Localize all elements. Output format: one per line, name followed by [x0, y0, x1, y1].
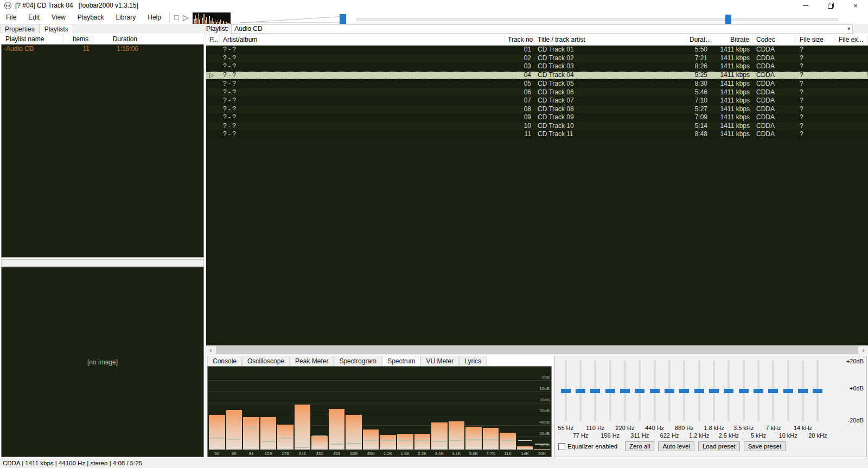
eq-slider-handle[interactable]: [635, 389, 644, 393]
stop-button[interactable]: □: [172, 12, 181, 23]
track-title: CD Track 10: [534, 122, 686, 130]
track-row[interactable]: ? - ?01CD Track 015:501411 kbpsCDDA?: [206, 46, 868, 54]
menu-item-file[interactable]: File: [0, 12, 22, 23]
tab-oscilloscope[interactable]: Oscilloscope: [242, 356, 290, 366]
eq-slider-handle[interactable]: [576, 389, 585, 393]
tracklist-column-2[interactable]: Artist/album: [220, 35, 505, 44]
eq-slider-handle[interactable]: [605, 389, 615, 393]
menu-item-help[interactable]: Help: [142, 12, 167, 23]
column-playlist-name[interactable]: Playlist name: [1, 35, 63, 43]
track-codec: CDDA: [753, 130, 796, 138]
track-duration: 7:10: [686, 97, 711, 105]
tracklist-column-3[interactable]: Track no: [505, 35, 534, 44]
track-duration: 7:21: [686, 54, 711, 62]
horizontal-scrollbar[interactable]: ‹ ›: [206, 345, 868, 355]
track-row[interactable]: ▷? - ?04CD Track 045:251411 kbpsCDDA?: [206, 71, 868, 80]
track-row[interactable]: ? - ?07CD Track 077:101411 kbpsCDDA?: [206, 97, 868, 105]
tab-properties[interactable]: Properties: [0, 24, 40, 34]
track-row[interactable]: ? - ?06CD Track 065:461411 kbpsCDDA?: [206, 88, 868, 97]
frequency-label: 129: [260, 450, 277, 457]
spectrum-bar: [500, 433, 516, 450]
spectrum-db-label: 60dB: [539, 443, 550, 447]
track-number: 06: [505, 88, 534, 97]
track-row[interactable]: ? - ?03CD Track 038:261411 kbpsCDDA?: [206, 62, 868, 71]
track-artist-album: ? - ?: [220, 88, 505, 97]
tab-spectrum[interactable]: Spectrum: [382, 356, 420, 366]
spectrum-bar: [431, 422, 448, 450]
eq-slider-handle[interactable]: [739, 389, 749, 393]
scroll-right-icon[interactable]: ›: [859, 345, 868, 355]
title-bar[interactable]: [? #04] CD Track 04 [foobar2000 v1.3.15]…: [0, 0, 868, 11]
eq-slider-handle[interactable]: [665, 389, 674, 393]
seek-track[interactable]: [356, 18, 838, 21]
track-row[interactable]: ? - ?10CD Track 105:141411 kbpsCDDA?: [206, 122, 868, 131]
eq-slider-handle[interactable]: [709, 389, 719, 393]
tracklist-column-8[interactable]: File size: [796, 35, 835, 44]
track-row[interactable]: ? - ?11CD Track 118:481411 kbpsCDDA?: [206, 130, 868, 139]
chevron-down-icon: ▾: [847, 25, 850, 31]
zero-all-button[interactable]: Zero all: [625, 441, 654, 451]
tab-peak-meter[interactable]: Peak Meter: [290, 356, 334, 366]
column-duration[interactable]: Duration: [93, 35, 142, 43]
menu-item-playback[interactable]: Playback: [72, 12, 110, 23]
eq-slider-handle[interactable]: [754, 389, 763, 393]
spectrum-peak-indicator: [296, 447, 310, 448]
volume-handle[interactable]: [340, 14, 346, 24]
tab-playlists[interactable]: Playlists: [40, 24, 73, 34]
track-row[interactable]: ? - ?09CD Track 097:091411 kbpsCDDA?: [206, 113, 868, 122]
eq-slider-handle[interactable]: [650, 389, 660, 393]
spectrum-bar: [226, 410, 242, 450]
track-bitrate: 1411 kbps: [711, 54, 753, 62]
eq-slider-handle[interactable]: [679, 389, 689, 393]
frequency-label: 20K: [534, 450, 550, 457]
restore-button[interactable]: [818, 0, 843, 11]
track-duration: 8:48: [686, 130, 711, 138]
tracklist-column-9[interactable]: File ex...: [835, 35, 868, 44]
tracklist-column-5[interactable]: Durat...: [686, 35, 711, 44]
track-row[interactable]: ? - ?08CD Track 085:271411 kbpsCDDA?: [206, 105, 868, 114]
track-row[interactable]: ? - ?05CD Track 058:301411 kbpsCDDA?: [206, 80, 868, 88]
tab-spectrogram[interactable]: Spectrogram: [334, 356, 382, 366]
track-number: 10: [505, 122, 534, 130]
eq-slider-handle[interactable]: [768, 389, 778, 393]
tracklist-column-4[interactable]: Title / track artist: [534, 35, 686, 44]
load-preset-button[interactable]: Load preset: [698, 441, 740, 451]
eq-slider-handle[interactable]: [590, 389, 600, 393]
menu-toolbar-row: FileEditViewPlaybackLibraryHelp □▷∣∣∣◁▷∣…: [0, 11, 868, 24]
eq-slider-handle[interactable]: [561, 389, 571, 393]
save-preset-button[interactable]: Save preset: [744, 441, 786, 451]
toolbar-separator: [169, 12, 170, 23]
tab-vu-meter[interactable]: VU Meter: [420, 356, 459, 366]
tracklist-column-1[interactable]: P...: [206, 35, 220, 44]
eq-slider-handle[interactable]: [783, 389, 793, 393]
tracklist-column-7[interactable]: Codec: [753, 35, 796, 44]
tab-lyrics[interactable]: Lyrics: [459, 356, 487, 366]
auto-level-button[interactable]: Auto level: [658, 441, 694, 451]
menu-item-library[interactable]: Library: [110, 12, 142, 23]
equalizer-enabled-checkbox[interactable]: [558, 443, 565, 450]
eq-slider-handle[interactable]: [694, 389, 704, 393]
tab-console[interactable]: Console: [207, 356, 242, 366]
close-button[interactable]: ×: [843, 0, 868, 11]
play-button[interactable]: ▷: [181, 12, 190, 23]
frequency-label: 453: [329, 450, 345, 457]
playlist-row[interactable]: Audio CD111:15:06: [2, 44, 203, 53]
track-row[interactable]: ? - ?02CD Track 027:211411 kbpsCDDA?: [206, 54, 868, 63]
track-bitrate: 1411 kbps: [711, 46, 753, 54]
menu-item-view[interactable]: View: [46, 12, 72, 23]
playlist-dropdown[interactable]: Audio CD ▾: [231, 24, 853, 34]
column-items[interactable]: Items: [63, 35, 93, 43]
menu-item-edit[interactable]: Edit: [22, 12, 46, 23]
spectrum-peak-indicator: [432, 441, 446, 442]
spectrum-peak-indicator: [467, 439, 481, 440]
tracklist-column-6[interactable]: Bitrate: [711, 35, 753, 44]
minimize-button[interactable]: [793, 0, 818, 11]
scroll-left-icon[interactable]: ‹: [206, 345, 215, 355]
eq-slider-handle[interactable]: [724, 389, 733, 393]
scrollbar-thumb[interactable]: [216, 346, 858, 354]
track-duration: 8:26: [686, 62, 711, 70]
eq-slider-handle[interactable]: [813, 389, 822, 393]
frequency-label: 176: [277, 450, 293, 457]
eq-slider-handle[interactable]: [798, 389, 808, 393]
eq-slider-handle[interactable]: [620, 389, 630, 393]
